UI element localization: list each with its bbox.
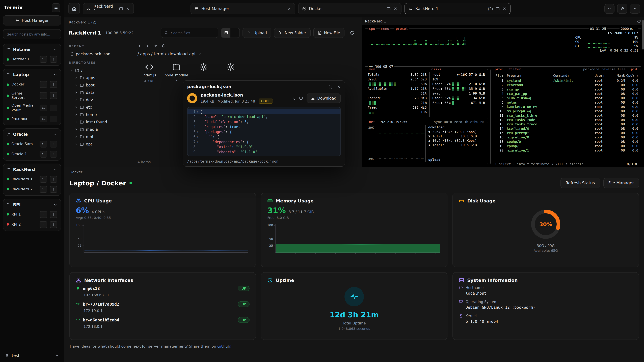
host-item[interactable]: RackNerd 2 (4, 184, 60, 194)
open-in-editor-icon[interactable] (299, 96, 303, 100)
tree-directory-item[interactable]: etc (69, 104, 128, 111)
download-button[interactable]: Download (306, 93, 341, 103)
menu-label[interactable]: menu (380, 26, 390, 31)
chevron-down-icon[interactable] (53, 73, 57, 77)
host-group-header[interactable]: Laptop (4, 70, 60, 79)
chevron-right-icon[interactable] (74, 106, 78, 109)
chevron-right-icon[interactable] (74, 120, 78, 124)
upload-button[interactable]: Upload (243, 28, 271, 38)
close-icon[interactable] (287, 7, 291, 11)
process-row[interactable]: 1 systemd /sbin/init root 9.2M 0.0 (494, 78, 638, 83)
host-group-header[interactable]: RPI (4, 200, 60, 210)
home-button[interactable] (68, 3, 80, 14)
host-connect-button[interactable] (40, 92, 47, 99)
tab-host-manager[interactable]: Host Manager (190, 3, 295, 14)
host-item[interactable]: RPI 2 (4, 220, 60, 230)
chevron-down-icon[interactable] (53, 168, 57, 172)
chevron-down-icon[interactable] (53, 48, 57, 52)
pid-sort-label[interactable]: pid (630, 67, 638, 71)
host-connect-button[interactable] (40, 151, 47, 158)
process-row[interactable]: 6 netns root 0B 0.0 (494, 100, 638, 105)
refresh-files-button[interactable] (347, 28, 357, 38)
fold-icon[interactable]: ∨ (196, 110, 200, 113)
host-connect-button[interactable] (40, 56, 47, 63)
host-menu-button[interactable] (50, 81, 57, 88)
refresh-icon[interactable] (637, 19, 641, 23)
host-item[interactable]: Game Servers (4, 89, 60, 102)
proc-options[interactable]: per-core reverse tree (582, 67, 627, 71)
scrollbar-thumb[interactable] (642, 20, 644, 50)
process-row[interactable]: 12 rcu_tasks_rude_ root 0B 0.0 (494, 118, 638, 122)
chevron-right-icon[interactable] (74, 128, 78, 131)
host-menu-button[interactable] (50, 151, 57, 158)
host-menu-button[interactable] (50, 186, 57, 193)
search-in-file-icon[interactable] (291, 96, 295, 100)
grid-view-button[interactable] (222, 28, 230, 37)
refresh-status-button[interactable]: Refresh Status (560, 178, 600, 188)
sidebar-collapse-button[interactable] (52, 3, 60, 12)
host-menu-button[interactable] (50, 56, 57, 63)
host-connect-button[interactable] (40, 211, 47, 218)
chevron-down-icon[interactable] (70, 69, 73, 72)
expand-icon[interactable] (329, 85, 333, 89)
host-search-input[interactable] (3, 29, 61, 39)
host-item[interactable]: RackNerd 1 (4, 174, 60, 184)
process-row[interactable]: 19 cpuhp/1 root 0B 0.0 (494, 144, 638, 148)
edit-path-icon[interactable] (198, 52, 202, 56)
file-grid-item[interactable]: index.js 4.3 KB (137, 61, 162, 84)
host-menu-button[interactable] (50, 141, 57, 147)
host-menu-button[interactable] (50, 104, 57, 111)
host-group-header[interactable]: Oracle (4, 130, 60, 139)
filter-label[interactable]: filter (508, 67, 522, 71)
recent-file-item[interactable]: package-lock.json (69, 50, 128, 58)
process-row[interactable]: 3 rcu_gp root 0B 0.0 (494, 87, 638, 91)
process-row[interactable]: 2 kthreadd root 0B 0.0 (494, 83, 638, 87)
tab-list-button[interactable] (604, 4, 614, 14)
process-row[interactable]: 14 ksoftirqd/0 root 0B 0.0 (494, 126, 638, 131)
host-connect-button[interactable] (40, 141, 47, 147)
tree-directory-item[interactable]: media (69, 126, 128, 133)
file-grid-item[interactable]: node_modules (164, 61, 189, 84)
chevron-right-icon[interactable] (74, 135, 78, 138)
host-connect-button[interactable] (40, 221, 47, 228)
refresh-icon[interactable] (162, 44, 166, 48)
process-row[interactable]: 8 kworker/0:0H-ev root 0B 0.0 (494, 105, 638, 109)
chevron-right-icon[interactable] (74, 142, 78, 146)
file-search-input[interactable] (171, 31, 215, 35)
process-row[interactable]: 20 migration/1 root 0B 0.0 (494, 148, 638, 152)
process-row[interactable]: 13 rcu_tasks_trace root 0B 0.0 (494, 122, 638, 126)
close-icon[interactable] (502, 7, 506, 11)
tree-directory-item[interactable]: boot (69, 81, 128, 89)
process-row[interactable]: 18 cpuhp/0 root 0B 0.0 (494, 139, 638, 144)
new-folder-button[interactable]: New Folder (274, 28, 310, 38)
host-connect-button[interactable] (40, 186, 47, 193)
host-menu-button[interactable] (50, 221, 57, 228)
file-grid-item[interactable] (191, 61, 216, 84)
split-view-icon[interactable] (387, 7, 391, 11)
close-icon[interactable] (126, 7, 130, 11)
host-manager-button[interactable]: Host Manager (3, 15, 61, 25)
host-item[interactable]: Docker (4, 79, 60, 89)
host-menu-button[interactable] (50, 92, 57, 99)
chevron-right-icon[interactable] (74, 76, 78, 79)
host-item[interactable]: Hetzner 1 (4, 54, 60, 64)
file-grid-item[interactable] (218, 61, 243, 84)
user-footer[interactable]: test (3, 349, 61, 362)
host-item[interactable]: RPI 1 (4, 210, 60, 220)
host-connect-button[interactable] (40, 104, 47, 111)
chevron-down-icon[interactable] (53, 203, 57, 207)
close-icon[interactable] (337, 85, 341, 89)
chevron-right-icon[interactable] (74, 98, 78, 102)
tree-directory-item[interactable]: home (69, 111, 128, 118)
process-row[interactable]: 4 rcu_par_gp root 0B 0.0 (494, 91, 638, 96)
fold-icon[interactable]: ∨ (196, 135, 200, 138)
host-menu-button[interactable] (50, 116, 57, 122)
host-menu-button[interactable] (50, 176, 57, 183)
process-row[interactable]: 16 migration/0 root 0B 0.0 (494, 135, 638, 139)
fold-icon[interactable]: ∨ (196, 130, 200, 133)
list-view-button[interactable] (230, 28, 240, 37)
tree-directory-item[interactable]: opt (69, 140, 128, 148)
tab-racknerd1-terminal[interactable]: RackNerd 1 (83, 3, 134, 14)
process-row[interactable]: 5 slub_flushwq root 0B 0.0 (494, 96, 638, 100)
host-item[interactable]: Oracle Sam (4, 139, 60, 149)
